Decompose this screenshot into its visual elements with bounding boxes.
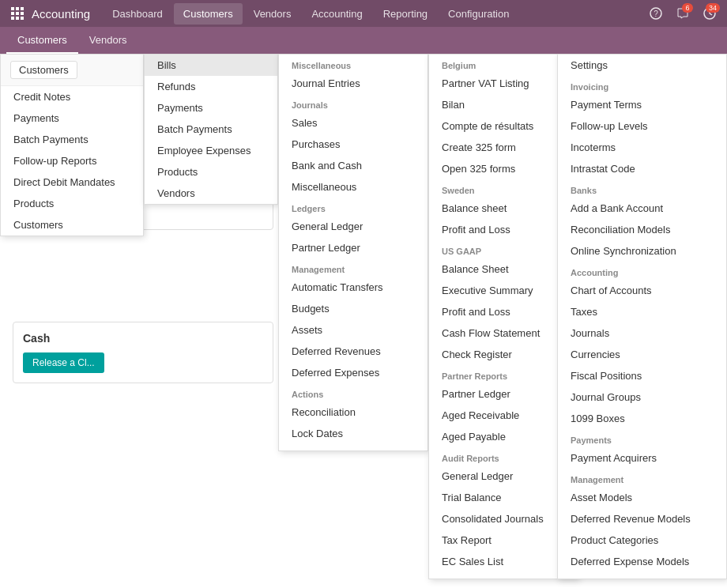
reporting-partner-ledger[interactable]: Partner Ledger [429, 383, 578, 405]
config-deferred-expense-models[interactable]: Deferred Expense Models [558, 551, 726, 572]
svg-rect-6 [11, 17, 14, 20]
vendors-vendors[interactable]: Vendors [145, 183, 277, 204]
release-button[interactable]: Release a Cl... [23, 352, 104, 373]
accounting-general-ledger[interactable]: General Ledger [279, 216, 428, 237]
reporting-ec-sales[interactable]: EC Sales List [429, 551, 578, 572]
reporting-check-register[interactable]: Check Register [429, 344, 578, 365]
accounting-management-label: Management [279, 258, 428, 277]
config-asset-models[interactable]: Asset Models [558, 487, 726, 508]
nav-customers[interactable]: Customers [174, 3, 243, 24]
reporting-trial-balance[interactable]: Trial Balance [429, 487, 578, 508]
reporting-cashflow[interactable]: Cash Flow Statement [429, 322, 578, 344]
config-accounting-label: Accounting [558, 262, 726, 280]
svg-rect-4 [16, 12, 19, 15]
accounting-partner-ledger[interactable]: Partner Ledger [279, 237, 428, 258]
nav-accounting[interactable]: Accounting [302, 3, 371, 24]
config-journal-groups[interactable]: Journal Groups [558, 386, 726, 408]
reporting-bilan[interactable]: Bilan [429, 94, 578, 115]
cash-section: Cash Release a Cl... [13, 322, 273, 383]
config-product-categories[interactable]: Product Categories [558, 530, 726, 551]
accounting-bank-cash[interactable]: Bank and Cash [279, 155, 428, 176]
nav-vendors[interactable]: Vendors [244, 3, 301, 24]
vendors-batch-payments[interactable]: Batch Payments [145, 119, 277, 140]
accounting-journal-entries[interactable]: Journal Entries [279, 73, 428, 94]
reporting-executive-summary[interactable]: Executive Summary [429, 280, 578, 301]
reporting-create-325[interactable]: Create 325 form [429, 137, 578, 158]
config-payment-acquirers[interactable]: Payment Acquirers [558, 447, 726, 469]
customers-payments[interactable]: Payments [1, 107, 143, 129]
reporting-sweden-profit[interactable]: Profit and Loss [429, 219, 578, 240]
customers-direct-debit[interactable]: Direct Debit Mandates [1, 172, 143, 193]
accounting-deferred-revenues[interactable]: Deferred Revenues [279, 341, 428, 362]
accounting-ledgers-label: Ledgers [279, 198, 428, 216]
reporting-usgaap-balance[interactable]: Balance Sheet [429, 258, 578, 280]
nav-reporting[interactable]: Reporting [374, 3, 437, 24]
svg-rect-0 [11, 7, 14, 10]
reporting-usgaap-label: US GAAP [429, 240, 578, 258]
vendors-refunds[interactable]: Refunds [145, 76, 277, 97]
reporting-audit-general-ledger[interactable]: General Ledger [429, 466, 578, 487]
reporting-open-325[interactable]: Open 325 forms [429, 158, 578, 179]
accounting-journals-label: Journals [279, 94, 428, 112]
config-taxes[interactable]: Taxes [558, 301, 726, 322]
second-nav-customers[interactable]: Customers [6, 27, 78, 54]
second-nav-vendors[interactable]: Vendors [78, 27, 138, 54]
reporting-aged-receivable[interactable]: Aged Receivable [429, 405, 578, 426]
accounting-reconciliation[interactable]: Reconciliation [279, 401, 428, 423]
config-journals[interactable]: Journals [558, 322, 726, 344]
config-currencies[interactable]: Currencies [558, 344, 726, 365]
accounting-assets[interactable]: Assets [279, 319, 428, 341]
vendors-products[interactable]: Products [145, 161, 277, 183]
reporting-dropdown: Belgium Partner VAT Listing Bilan Compte… [428, 54, 578, 579]
nav-dashboard[interactable]: Dashboard [103, 3, 172, 24]
vendors-bills[interactable]: Bills [145, 55, 277, 76]
app-grid-icon[interactable] [6, 2, 28, 24]
accounting-sales[interactable]: Sales [279, 112, 428, 134]
customers-products[interactable]: Products [1, 193, 143, 214]
reporting-consolidated-journals[interactable]: Consolidated Journals [429, 508, 578, 530]
accounting-misc-label: Miscellaneous [279, 55, 428, 73]
customers-followup-reports[interactable]: Follow-up Reports [1, 150, 143, 172]
config-chart-accounts[interactable]: Chart of Accounts [558, 280, 726, 301]
reporting-tax-report[interactable]: Tax Report [429, 530, 578, 551]
chat-icon[interactable]: 6 [672, 2, 694, 24]
top-nav-bar: Accounting Dashboard Customers Vendors A… [0, 0, 727, 27]
config-payment-terms[interactable]: Payment Terms [558, 94, 726, 115]
reporting-usgaap-profit[interactable]: Profit and Loss [429, 301, 578, 322]
customers-customers[interactable]: Customers [1, 214, 143, 236]
customers-credit-notes[interactable]: Credit Notes [1, 86, 143, 107]
config-followup-levels[interactable]: Follow-up Levels [558, 115, 726, 137]
reporting-compte-resultats[interactable]: Compte de résultats [429, 115, 578, 137]
accounting-purchases[interactable]: Purchases [279, 134, 428, 155]
config-fiscal-positions[interactable]: Fiscal Positions [558, 365, 726, 386]
config-add-bank[interactable]: Add a Bank Account [558, 198, 726, 219]
config-settings[interactable]: Settings [558, 55, 726, 76]
customers-batch-payments[interactable]: Batch Payments [1, 129, 143, 150]
accounting-actions-label: Actions [279, 383, 428, 401]
config-1099-boxes[interactable]: 1099 Boxes [558, 408, 726, 429]
accounting-miscellaneous[interactable]: Miscellaneous [279, 176, 428, 198]
cash-title: Cash [23, 332, 263, 345]
customers-header-button[interactable]: Customers [10, 61, 77, 79]
vendors-employee-expenses[interactable]: Employee Expenses [145, 140, 277, 161]
accounting-lock-dates[interactable]: Lock Dates [279, 423, 428, 444]
reporting-partner-vat[interactable]: Partner VAT Listing [429, 73, 578, 94]
svg-line-13 [710, 13, 712, 15]
reporting-sweden-balance[interactable]: Balance sheet [429, 198, 578, 219]
config-online-sync[interactable]: Online Synchronization [558, 240, 726, 262]
config-incoterms[interactable]: Incoterms [558, 137, 726, 158]
config-reconciliation-models[interactable]: Reconciliation Models [558, 219, 726, 240]
accounting-auto-transfers[interactable]: Automatic Transfers [279, 277, 428, 298]
top-nav-items: Dashboard Customers Vendors Accounting R… [103, 3, 645, 24]
customers-dropdown-header: Customers [1, 55, 143, 86]
accounting-deferred-expenses[interactable]: Deferred Expenses [279, 362, 428, 383]
accounting-dropdown: Miscellaneous Journal Entries Journals S… [278, 54, 428, 451]
accounting-budgets[interactable]: Budgets [279, 298, 428, 319]
config-deferred-revenue-models[interactable]: Deferred Revenue Models [558, 508, 726, 530]
config-intrastat-code[interactable]: Intrastat Code [558, 158, 726, 179]
vendors-payments[interactable]: Payments [145, 97, 277, 119]
help-icon[interactable]: ? [645, 2, 667, 24]
nav-configuration[interactable]: Configuration [439, 3, 518, 24]
reporting-aged-payable[interactable]: Aged Payable [429, 426, 578, 447]
clock-icon[interactable]: 34 [699, 2, 721, 24]
